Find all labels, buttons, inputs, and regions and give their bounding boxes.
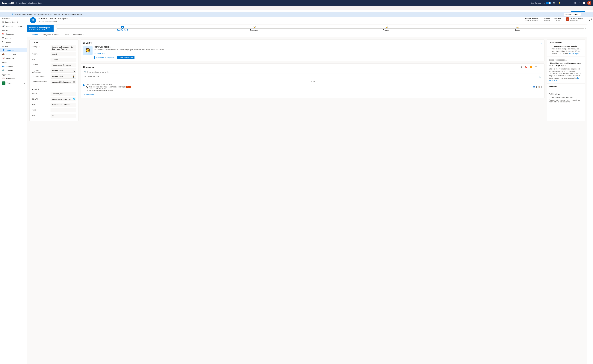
nom-value[interactable]: Chastel: [51, 58, 76, 62]
societe-value[interactable]: Fabrikam, Inc.: [51, 92, 76, 96]
compare-plans-button[interactable]: Comparer les plans: [564, 13, 581, 16]
score-info-icon[interactable]: ⓘ: [565, 58, 567, 61]
chat-button[interactable]: 💬: [582, 1, 586, 5]
calendrier-icon: 📅: [2, 33, 5, 35]
chrono-grid-btn[interactable]: ☰: [534, 65, 538, 69]
user-avatar[interactable]: JS: [587, 1, 591, 5]
sidebar-item-calendrier[interactable]: 📅 Calendrier: [0, 32, 27, 36]
process-step-qualifier[interactable]: ● Qualifier (16 J): [57, 25, 189, 32]
tab-analyse[interactable]: Analyse de la relation: [40, 32, 62, 37]
sidebar-footer-ventes[interactable]: V Ventes ⌄: [0, 80, 27, 86]
process-nav-left[interactable]: ‹: [53, 25, 57, 32]
chrono-note-input[interactable]: [87, 76, 538, 78]
tel-mobile-value[interactable]: 297-555-0193 📱: [51, 75, 76, 79]
email-icon[interactable]: ✉: [73, 81, 75, 83]
chrono-filter-btn[interactable]: 🔽: [529, 65, 533, 69]
sidebar-item-accelerateur[interactable]: 🚀 Accélérateur des ven...: [0, 24, 27, 28]
sidebar-item-taches[interactable]: ☰ Tâches: [0, 36, 27, 40]
sidebar-item-contacts[interactable]: 👥 Contacts: [0, 64, 27, 68]
chrono-add-btn[interactable]: +: [520, 65, 523, 69]
process-step-developper[interactable]: 🔒 Développer: [189, 25, 320, 32]
chrono-search-input[interactable]: [87, 71, 541, 73]
suivant-info-icon[interactable]: ⓘ: [91, 42, 92, 44]
sidebar-item-prospects[interactable]: 👤 Prospects: [0, 48, 27, 52]
suivant-refresh-icon[interactable]: ↻: [541, 42, 542, 44]
sidebar-item-label: Tâches: [5, 37, 11, 39]
chrono-note-bar[interactable]: ✏ 📎: [83, 75, 542, 79]
rue3-value[interactable]: ---: [51, 114, 76, 118]
tab-resume[interactable]: Résumé: [29, 32, 40, 37]
new-look-toggle[interactable]: [546, 2, 551, 4]
fonction-value[interactable]: Responsable des achats: [51, 63, 76, 67]
breadcrumb-dropdown-icon[interactable]: ▾: [56, 20, 57, 22]
show-more-label: Afficher plus: [83, 93, 93, 95]
sidebar-section-my-tasks: Mes tâches: [0, 16, 27, 20]
sidebar-item-comptes[interactable]: 🏢 Comptes: [0, 68, 27, 72]
settings-button[interactable]: ⚙: [573, 1, 577, 5]
tel-pro-value[interactable]: 297-555-0192 📞: [51, 69, 76, 73]
qui-connait-section: Qui connaît qui Aucune connexion trouvée…: [547, 40, 585, 57]
chrono-item: Date de modification : 16/12/2023 20:05 …: [83, 84, 542, 91]
rue2-value[interactable]: ---: [51, 108, 76, 112]
app-brand[interactable]: Dynamics 365: [2, 2, 14, 4]
tel-pro-icon[interactable]: 📞: [73, 70, 75, 72]
sidebar-item-label: Calendrier: [6, 33, 14, 35]
chrono-bookmark-btn[interactable]: 🔖: [524, 65, 528, 69]
email-value[interactable]: harrison@fabrikam.com ✉: [51, 80, 76, 84]
rubrique-value[interactable]: 5 machines Espresso « Café Duo » pour Fa…: [51, 45, 76, 51]
help-button[interactable]: ?: [578, 1, 581, 5]
sidebar-item-appels[interactable]: 📞 Appels: [0, 40, 27, 44]
chrono-search-bar[interactable]: 🔍: [83, 70, 542, 74]
chrono-upload-btn[interactable]: ⬆: [536, 86, 537, 88]
nav-title: Version d'évaluation de Sales: [19, 2, 42, 4]
chrono-more-btn[interactable]: ⋯: [539, 65, 542, 69]
breadcrumb-parent1[interactable]: Prospect: [38, 20, 44, 22]
process-nav-right[interactable]: ›: [584, 25, 587, 32]
owner-avatar: JS: [566, 17, 569, 21]
step-circle-fermer: 🔒: [516, 26, 519, 29]
suivant-body: 👩‍💼 Gérer vos activités Consultez les ac…: [83, 46, 542, 59]
qui-connait-learn-more[interactable]: En savoir plus.: [569, 52, 580, 54]
record-header: VC Valentin Chastel - Enregistré Prospec…: [27, 16, 587, 25]
record-owner[interactable]: JS Jérémie Sebaut Propriétaire ▾: [566, 17, 584, 21]
breadcrumb-parent2[interactable]: Sales Insights: [45, 20, 56, 22]
step-circle-developper: 🔒: [253, 26, 256, 29]
attachment-icon[interactable]: 📎: [539, 76, 541, 78]
chrono-delete-btn[interactable]: 🗑: [541, 86, 542, 88]
chrono-person-btn[interactable]: 👤: [533, 86, 535, 88]
sidebar-section-clients: Clients: [0, 60, 27, 64]
sidebar-item-ressources[interactable]: 📖 Ressources: [0, 76, 27, 80]
create-activity-btn[interactable]: Créer une activité: [117, 56, 135, 59]
tab-details[interactable]: Détails: [62, 32, 72, 37]
show-more-button[interactable]: Afficher plus ▾: [83, 93, 94, 96]
chrono-copy-btn[interactable]: 📋: [538, 86, 540, 88]
step-label-proposer: Proposer: [383, 29, 390, 31]
tel-mobile-icon[interactable]: 📱: [73, 75, 75, 78]
sidebar-item-tableau-de-bord[interactable]: ⊞ Tableau de bord: [0, 20, 27, 24]
right-sidebar: ⊞ 💬: [587, 10, 593, 364]
filter-button[interactable]: ⚡: [568, 1, 572, 5]
main-content: ← ⊞ ⊟ 💾 Enregistrer 🗑 Supprimer ✓ Qualif…: [27, 10, 587, 364]
right-sidebar-chat-btn[interactable]: 💬: [588, 17, 593, 22]
chrono-item-title: 📞 Sujet Appel de lancement – Machines à …: [86, 86, 131, 88]
form-row-nom: Nom * Chastel: [32, 58, 76, 62]
chrono-item-date: Date de modification : 16/12/2023 20:05: [86, 84, 542, 85]
process-step-fermer[interactable]: 🔒 Fermer: [452, 25, 584, 32]
search-button[interactable]: 🔍: [552, 1, 556, 5]
add-button[interactable]: ＋: [563, 1, 567, 5]
rue1-value[interactable]: 67 avenue du Calvaire: [51, 103, 76, 107]
owner-expand-icon[interactable]: ▾: [583, 18, 584, 20]
connect-sequence-btn[interactable]: Connecter la séquence: [94, 56, 116, 59]
active-process-stage[interactable]: Processus de vente pros... Actif/active …: [27, 25, 53, 32]
site-web-value[interactable]: http://www.fabrikam.com/ 🌐: [51, 97, 76, 101]
prenom-value[interactable]: Valentin: [51, 52, 76, 56]
sidebar-item-opportunites[interactable]: 💼 Opportunités: [0, 52, 27, 56]
lightbulb-icon[interactable]: 💡: [557, 1, 562, 5]
suivant-learn-more-link[interactable]: En savoir plus: [94, 52, 105, 54]
site-web-icon[interactable]: 🌐: [73, 98, 75, 100]
show-more-icon: ▾: [93, 93, 94, 95]
nom-label: Nom *: [32, 58, 49, 60]
sidebar-item-previsions[interactable]: 📈 Prévisions: [0, 56, 27, 60]
tab-association[interactable]: Association ▾: [72, 32, 85, 37]
process-step-proposer[interactable]: 🔒 Proposer: [320, 25, 452, 32]
